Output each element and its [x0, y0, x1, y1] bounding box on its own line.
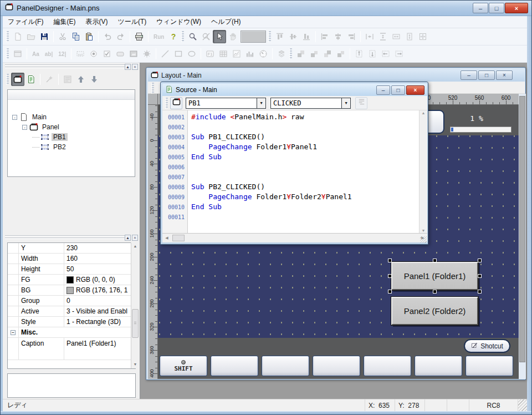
size-down-button[interactable]	[366, 47, 379, 60]
fit-height-button[interactable]	[403, 30, 416, 43]
chevron-down-icon[interactable]: ▼	[341, 98, 350, 108]
selection-handle[interactable]	[433, 290, 437, 293]
move-down-button[interactable]	[88, 73, 101, 86]
help-button[interactable]: ?	[167, 30, 180, 43]
code-line[interactable]: #include <PanelMain.h> raw	[191, 112, 419, 122]
copy-button[interactable]	[69, 30, 83, 43]
send-back-button[interactable]	[334, 47, 347, 60]
zoom-off-button[interactable]	[200, 30, 213, 43]
menu-item-1[interactable]: 編集(E)	[48, 16, 80, 28]
shotcut-button[interactable]: Shotcut	[464, 339, 510, 353]
selection-handle[interactable]	[433, 259, 437, 262]
design-button-1[interactable]: Panel1 (Folder1)	[391, 262, 478, 290]
align-right-button[interactable]	[345, 30, 358, 43]
object-combo[interactable]: PB1 ▼	[186, 98, 266, 109]
property-value[interactable]: 50	[64, 265, 135, 273]
layout-scroll-thumb[interactable]	[519, 96, 525, 362]
tree-item-pb2[interactable]: PB2	[8, 142, 135, 152]
function-key-3[interactable]	[262, 356, 309, 376]
label-tool-button[interactable]: Aa	[29, 47, 42, 60]
function-key-7[interactable]	[466, 356, 513, 376]
menu-item-2[interactable]: 表示(V)	[80, 16, 112, 28]
align-left-button[interactable]	[318, 30, 331, 43]
selection-handle[interactable]	[478, 274, 482, 278]
code-line[interactable]	[191, 172, 419, 182]
source-window-titlebar[interactable]: Source - Main – □ ×	[162, 84, 427, 96]
save-button[interactable]	[38, 30, 51, 43]
code-hscroll-thumb[interactable]	[172, 235, 185, 241]
align-vcenter-button[interactable]	[287, 30, 300, 43]
image-button-tool-button[interactable]	[127, 47, 140, 60]
selection-handle[interactable]	[388, 259, 392, 262]
align-bottom-button[interactable]	[300, 30, 313, 43]
property-row-caption[interactable]: CaptionPanel1 (Folder1)	[8, 338, 135, 360]
line-chart-tool-button[interactable]	[230, 47, 243, 60]
chevron-down-icon[interactable]: ▼	[257, 98, 265, 108]
line-tool-button[interactable]	[158, 47, 172, 60]
zoom-in-button[interactable]	[186, 30, 200, 43]
same-height-button[interactable]	[376, 30, 390, 43]
code-line[interactable]: Sub PB2_CLICKED()	[191, 182, 419, 192]
menu-item-0[interactable]: ファイル(F)	[3, 16, 48, 28]
design-button-2[interactable]: Panel2 (Folder2)	[391, 297, 478, 325]
property-row-fg[interactable]: FGRGB (0, 0, 0)	[8, 275, 135, 285]
redo-button[interactable]	[114, 30, 127, 43]
properties-button[interactable]	[61, 73, 74, 86]
align-top-button[interactable]	[273, 30, 287, 43]
size-left-button[interactable]	[379, 47, 392, 60]
property-row-group[interactable]: Group0	[8, 296, 135, 306]
property-row-height[interactable]: Height50	[8, 264, 135, 275]
property-value[interactable]: 160	[64, 255, 135, 262]
function-key-6[interactable]	[415, 356, 462, 376]
property-row-style[interactable]: Style1 - Rectangle (3D)	[8, 317, 135, 327]
align-hcenter-button[interactable]	[331, 30, 345, 43]
close-button[interactable]: ×	[505, 3, 528, 13]
source-maximize-button[interactable]: □	[391, 85, 405, 95]
property-row-bg[interactable]: BGRGB (176, 176, 1	[8, 285, 135, 296]
tree-expander[interactable]: -	[22, 125, 27, 130]
property-value[interactable]: 230	[64, 244, 135, 252]
code-line[interactable]	[191, 122, 419, 132]
code-horizontal-scrollbar[interactable]: ◀ ▶	[162, 234, 427, 242]
group-box-tool-button[interactable]: xyz	[74, 47, 87, 60]
code-line[interactable]: End Sub	[191, 202, 419, 212]
tree-item-pb1[interactable]: PB1	[8, 132, 135, 142]
fit-both-button[interactable]	[416, 30, 429, 43]
event-combo[interactable]: CLICKED ▼	[270, 98, 351, 109]
resize-grip[interactable]	[420, 236, 427, 243]
menu-item-5[interactable]: ヘルプ(H)	[206, 16, 246, 28]
show-panel-view-button[interactable]	[11, 73, 24, 86]
property-value[interactable]: 1 - Rectangle (3D)	[64, 318, 135, 326]
selection-handle[interactable]	[478, 290, 482, 293]
property-grid-scrollbar[interactable]: ▲ ▼	[131, 242, 139, 368]
lamp-tool-button[interactable]	[140, 47, 154, 60]
code-line[interactable]	[191, 162, 419, 172]
menu-item-4[interactable]: ウィンドウ(W)	[151, 16, 206, 28]
props-pane-close-button[interactable]: ×	[132, 235, 138, 241]
ellipse-tool-button[interactable]	[185, 47, 198, 60]
size-up-button[interactable]	[352, 47, 366, 60]
section-collapse-icon[interactable]: −	[11, 330, 16, 335]
code-text[interactable]: #include <PanelMain.h> raw Sub PB1_CLICK…	[188, 110, 419, 233]
rect-tool-button[interactable]	[172, 47, 185, 60]
tree-item-main[interactable]: -Main	[8, 112, 135, 122]
selection-handle[interactable]	[388, 274, 392, 278]
wizard-button[interactable]	[43, 73, 56, 86]
code-line[interactable]	[191, 212, 419, 222]
fit-width-button[interactable]	[390, 30, 403, 43]
layout-maximize-button[interactable]: □	[478, 70, 495, 80]
fkey-tool-button[interactable]: F1	[203, 47, 217, 60]
tree-item-panel[interactable]: -Panel	[8, 122, 135, 132]
menu-item-3[interactable]: ツール(T)	[112, 16, 151, 28]
textbox-tool-button[interactable]: ab|	[42, 47, 55, 60]
property-value[interactable]: Panel1 (Folder1)	[64, 338, 135, 347]
hand-tool-button[interactable]	[226, 30, 239, 43]
run-button[interactable]: Run	[151, 30, 167, 43]
property-value[interactable]: RGB (0, 0, 0)	[64, 276, 135, 284]
same-width-button[interactable]	[363, 30, 376, 43]
cut-button[interactable]	[56, 30, 69, 43]
tree-pane-collapse-button[interactable]: ▲	[125, 64, 131, 70]
grid-tool-button[interactable]	[217, 47, 230, 60]
numeric-tool-button[interactable]: 12|	[55, 47, 69, 60]
property-section-misc[interactable]: −Misc.	[8, 327, 135, 338]
